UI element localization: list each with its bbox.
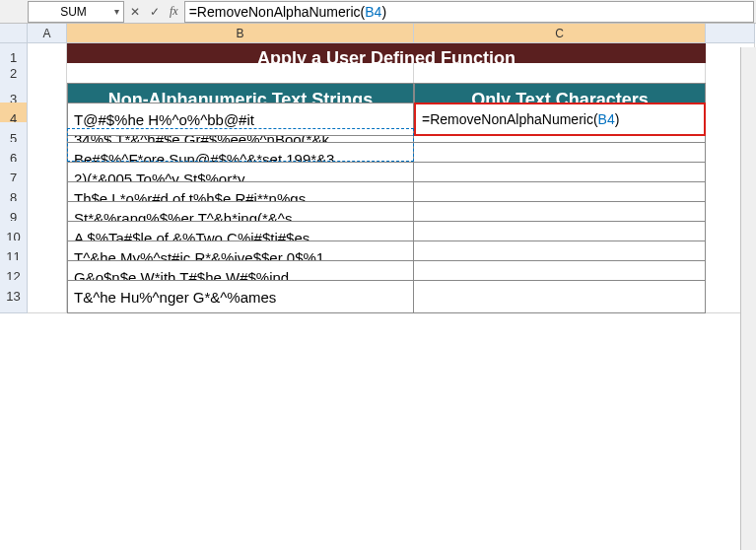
cell[interactable] (414, 63, 706, 85)
cancel-icon[interactable]: ✕ (130, 5, 140, 19)
col-header-blank[interactable] (706, 24, 755, 43)
name-box[interactable]: SUM ▾ (28, 1, 124, 23)
chevron-down-icon[interactable]: ▾ (114, 6, 119, 17)
col-header-a[interactable]: A (28, 24, 67, 43)
formula-cellref: B4 (365, 4, 381, 20)
editing-cellref: B4 (598, 111, 615, 127)
cell[interactable] (67, 63, 414, 85)
table-cell[interactable]: T&^he Hu%^nger G*&^%ames (67, 280, 414, 313)
editing-suffix: ) (615, 111, 620, 127)
cell[interactable] (28, 280, 67, 313)
formula-input[interactable]: =RemoveNonAlphaNumeric(B4) (184, 1, 754, 23)
table-cell[interactable] (414, 280, 706, 313)
formula-text-prefix: =RemoveNonAlphaNumeric( (189, 4, 366, 20)
cell[interactable] (28, 63, 67, 85)
vertical-scrollbar[interactable] (740, 47, 756, 550)
formula-bar: SUM ▾ ✕ ✓ fx =RemoveNonAlphaNumeric(B4) (0, 0, 756, 24)
select-all-corner[interactable] (0, 24, 28, 43)
editing-prefix: =RemoveNonAlphaNumeric( (422, 111, 598, 127)
formula-text-suffix: ) (381, 4, 386, 20)
col-header-c[interactable]: C (414, 24, 706, 43)
confirm-icon[interactable]: ✓ (150, 5, 160, 19)
name-box-value: SUM (33, 5, 114, 19)
col-header-b[interactable]: B (67, 24, 414, 43)
formula-bar-buttons: ✕ ✓ fx (124, 4, 184, 19)
cell-c4-editing[interactable]: =RemoveNonAlphaNumeric(B4) (414, 103, 706, 136)
cell-b4[interactable]: T@#$%he H%^o%^bb@#it (67, 103, 414, 136)
row-header[interactable]: 2 (0, 63, 28, 85)
fx-icon[interactable]: fx (170, 4, 178, 19)
spreadsheet-grid: A B C 1 Apply a User Defined Function 2 … (0, 24, 756, 300)
row-header[interactable]: 13 (0, 280, 28, 313)
